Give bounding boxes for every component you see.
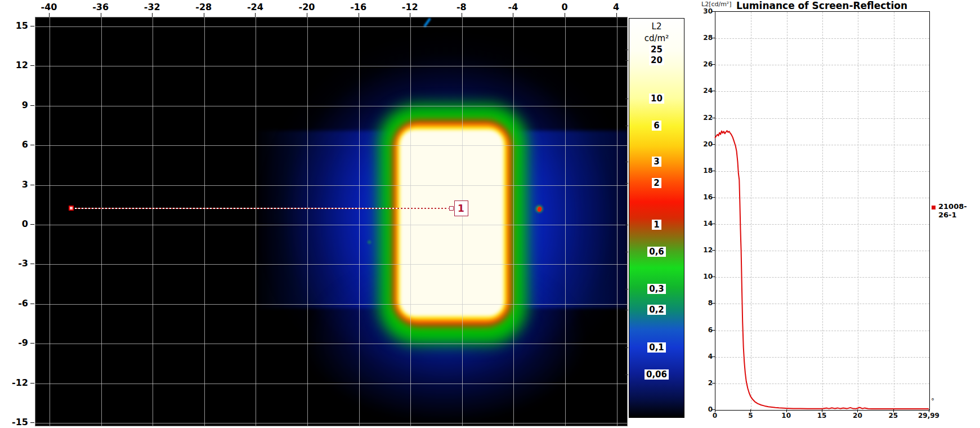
color-scale-title: L2 (629, 21, 684, 32)
profile-start-marker[interactable] (69, 206, 74, 211)
marker-1-box[interactable]: 1 (454, 200, 468, 216)
chart-x-tick (857, 409, 858, 412)
chart-y-tick-label: 26 (699, 60, 713, 68)
map-gridline-vertical (204, 17, 205, 426)
map-gridline-horizontal (35, 66, 627, 66)
chart-y-tick (712, 250, 715, 251)
y-axis-tick (30, 224, 34, 225)
color-scale-tick (625, 310, 628, 310)
map-gridline-horizontal (35, 344, 627, 344)
bright-core (400, 130, 504, 316)
y-axis-tick (30, 422, 34, 423)
color-scale-tick (625, 50, 628, 50)
chart-y-tick (712, 64, 715, 65)
chart-gridline-vertical (751, 12, 751, 410)
color-scale-tick-label: 10 (629, 93, 684, 104)
map-gridline-vertical (256, 17, 256, 426)
chart-x-tick-label: 5 (748, 412, 753, 420)
y-axis-tick (30, 65, 34, 66)
color-scale-tick-label: 0,6 (629, 247, 684, 257)
chart-x-tick-label: 0 (713, 412, 717, 420)
y-axis-tick (30, 264, 34, 264)
chart-x-tick (929, 409, 929, 412)
y-axis-tick-label: 15 (2, 20, 28, 31)
color-scale-tick (625, 225, 628, 225)
map-gridline-vertical (101, 17, 102, 426)
color-scale-tick-label: 0,3 (629, 284, 684, 294)
map-gridline-horizontal (35, 145, 627, 146)
color-scale-value: 0,1 (647, 342, 666, 353)
y-axis-tick (30, 105, 34, 106)
chart-plot-area[interactable] (715, 11, 930, 411)
chart-y-tick-label: 8 (699, 299, 713, 307)
y-axis-tick (30, 26, 34, 26)
map-gridline-vertical (359, 17, 360, 426)
chart-x-tick-label: 29,99 (918, 412, 939, 420)
x-axis-tick (565, 13, 565, 17)
y-axis-tick-label: -9 (2, 337, 28, 348)
map-gridline-vertical (565, 17, 566, 426)
chart-gridline-vertical (822, 12, 823, 410)
chart-y-tick-label: 22 (699, 114, 713, 122)
chart-x-tick-label: 10 (781, 412, 791, 420)
x-axis-tick (101, 13, 101, 17)
chart-y-tick-label: 10 (699, 273, 713, 280)
x-axis-unit-degree: ° (931, 397, 934, 405)
chart-y-tick (712, 356, 715, 357)
chart-title: Luminance of Screen-Reflection (715, 0, 929, 11)
chart-y-tick-label: 18 (699, 167, 713, 175)
color-scale-value: 20 (649, 55, 664, 65)
color-scale-value: 6 (652, 121, 661, 131)
y-axis-tick-label: 12 (2, 60, 28, 70)
chart-y-tick (712, 330, 715, 331)
map-gridline-vertical (513, 17, 514, 426)
chart-y-tick (712, 11, 715, 12)
chart-y-tick (712, 224, 715, 224)
luminance-map-panel: -40-36-32-28-24-20-16-12-8-404 15129630-… (0, 0, 698, 428)
chart-x-tick-label: 20 (853, 412, 862, 420)
chart-y-tick-label: 20 (699, 140, 713, 148)
x-axis-tick-label: 4 (613, 2, 619, 12)
chart-y-tick (712, 303, 715, 304)
color-scale-tick (625, 252, 628, 252)
x-axis-tick (359, 13, 359, 17)
map-gridline-vertical (617, 17, 617, 426)
chart-gridline-vertical (858, 12, 858, 410)
profile-dotted-line (75, 208, 449, 209)
y-axis-tick (30, 383, 34, 384)
chart-x-tick (786, 409, 787, 412)
chart-y-tick (712, 144, 715, 145)
y-axis-tick-label: -12 (2, 377, 28, 388)
faint-green-dot (366, 239, 372, 245)
color-scale-tick (625, 126, 628, 126)
color-scale-tick (625, 183, 628, 184)
chart-x-tick (822, 409, 822, 412)
chart-y-tick-label: 12 (699, 246, 713, 254)
color-scale-tick-label: 2 (629, 178, 684, 188)
x-axis-tick (462, 13, 462, 17)
map-gridline-horizontal (35, 264, 627, 265)
map-gridline-horizontal (35, 106, 627, 106)
chart-y-tick-label: 24 (699, 87, 713, 95)
color-scale-tick (625, 289, 628, 289)
chart-y-tick-label: 4 (699, 353, 713, 360)
y-axis-tick-label: -15 (2, 417, 28, 427)
color-scale-tick-label: 0,06 (629, 369, 684, 380)
chart-y-tick (712, 171, 715, 171)
y-axis-tick (30, 343, 34, 344)
map-gridline-horizontal (35, 304, 627, 305)
y-axis-tick-label: 6 (2, 139, 28, 150)
x-axis-tick (616, 13, 617, 17)
map-gridline-vertical (410, 17, 411, 426)
color-scale-value: 3 (652, 157, 661, 167)
chart-x-tick (750, 409, 751, 412)
y-axis-tick-label: 9 (2, 100, 28, 110)
x-axis-tick-label: -8 (457, 2, 467, 12)
chart-y-tick (712, 197, 715, 198)
y-axis-tick (30, 145, 34, 145)
x-axis-tick-label: -32 (144, 2, 160, 12)
luminance-map[interactable]: 1 (35, 17, 628, 426)
color-scale-tick-label: 0,1 (629, 342, 684, 353)
color-scale-tick-label: 6 (629, 121, 684, 131)
map-gridline-horizontal (35, 225, 627, 225)
